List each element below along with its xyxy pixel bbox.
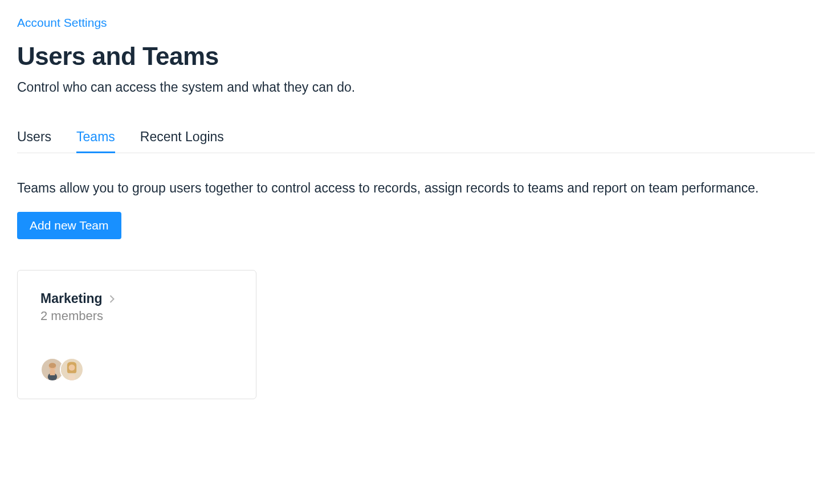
team-card-marketing[interactable]: Marketing 2 members: [17, 270, 256, 399]
teams-section-description: Teams allow you to group users together …: [17, 181, 815, 196]
page-title: Users and Teams: [17, 42, 815, 71]
team-card-header: Marketing: [40, 291, 233, 306]
svg-rect-8: [68, 374, 76, 380]
teams-list: Marketing 2 members: [17, 270, 815, 399]
svg-point-2: [49, 363, 56, 368]
team-avatars: [40, 358, 233, 382]
tab-users[interactable]: Users: [17, 129, 51, 153]
svg-point-7: [69, 364, 75, 371]
tab-teams[interactable]: Teams: [76, 129, 115, 153]
team-members-count: 2 members: [40, 309, 233, 323]
team-name: Marketing: [40, 291, 103, 306]
svg-rect-4: [50, 370, 55, 375]
chevron-right-icon: [108, 295, 116, 303]
page-subtitle: Control who can access the system and wh…: [17, 80, 815, 95]
avatar: [60, 358, 84, 382]
add-new-team-button[interactable]: Add new Team: [17, 212, 121, 239]
tab-recent-logins[interactable]: Recent Logins: [140, 129, 224, 153]
breadcrumb-account-settings[interactable]: Account Settings: [17, 16, 107, 30]
tabs: Users Teams Recent Logins: [17, 129, 815, 153]
